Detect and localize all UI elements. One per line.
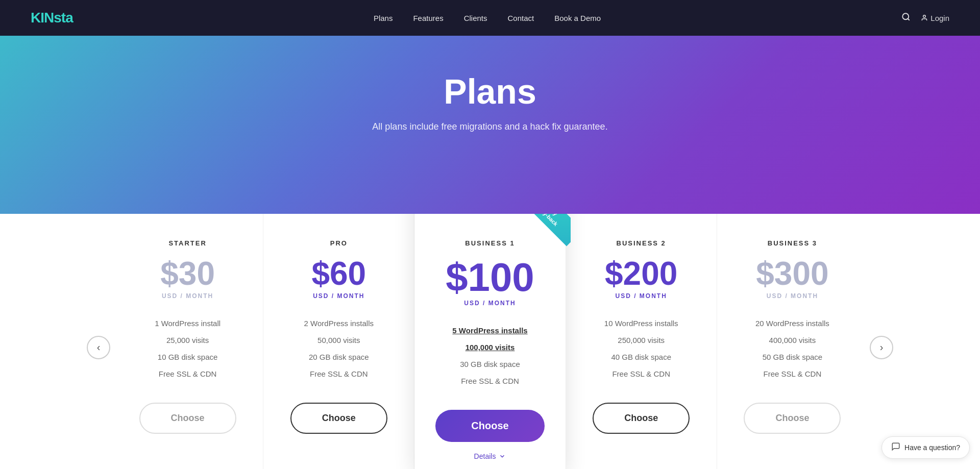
navbar: KINsta Plans Features Clients Contact Bo… [0,0,980,36]
feature-item: 25,000 visits [128,332,248,349]
feature-item: 250,000 visits [581,332,701,349]
feature-item: 400,000 visits [732,332,852,349]
feature-item: 1 WordPress install [128,315,248,332]
logo-text: KIN [31,10,54,26]
plan-business1: 30-daymoney-back BUSINESS 1 $100 USD / M… [414,214,566,469]
plans-section: ‹ STARTER $30 USD / MONTH 1 WordPress in… [0,214,980,469]
next-arrow[interactable]: › [870,336,893,359]
plan-business3-period: USD / MONTH [732,292,852,300]
feature-item: 20 WordPress installs [732,315,852,332]
chat-label: Have a question? [904,443,960,452]
ribbon-wrap: 30-daymoney-back [504,214,571,255]
feature-item: 50 GB disk space [732,349,852,365]
plan-pro-period: USD / MONTH [279,292,399,300]
login-button[interactable]: Login [921,14,949,22]
feature-item: 2 WordPress installs [279,315,399,332]
plan-business3-name: BUSINESS 3 [732,239,852,247]
feature-item: Free SSL & CDN [581,365,701,382]
prev-arrow[interactable]: ‹ [87,336,110,359]
plan-business1-features: 5 WordPress installs 100,000 visits 30 G… [430,322,550,389]
plans-wrapper: ‹ STARTER $30 USD / MONTH 1 WordPress in… [82,214,898,469]
plan-starter-period: USD / MONTH [128,292,248,300]
plan-business3-cta[interactable]: Choose [744,403,841,434]
svg-point-2 [923,15,926,18]
nav-features[interactable]: Features [413,14,443,22]
money-back-ribbon: 30-daymoney-back [512,214,571,246]
svg-line-1 [908,18,910,20]
plan-business3: BUSINESS 3 $300 USD / MONTH 20 WordPress… [717,214,868,469]
search-icon[interactable] [901,12,911,24]
plan-business2-price: $200 [581,257,701,290]
plan-business3-features: 20 WordPress installs 400,000 visits 50 … [732,315,852,382]
feature-item: Free SSL & CDN [430,373,550,389]
feature-item: 30 GB disk space [430,356,550,373]
chat-icon [891,442,900,453]
plan-starter-name: STARTER [128,239,248,247]
plan-business2-features: 10 WordPress installs 250,000 visits 40 … [581,315,701,382]
feature-item: Free SSL & CDN [279,365,399,382]
hero-subtitle: All plans include free migrations and a … [31,121,949,132]
feature-item: Free SSL & CDN [128,365,248,382]
nav-actions: Login [901,12,949,24]
details-link[interactable]: Details [430,452,550,460]
feature-item: 10 WordPress installs [581,315,701,332]
feature-item: 100,000 visits [430,339,550,356]
feature-item: 10 GB disk space [128,349,248,365]
details-label: Details [474,452,496,460]
nav-links: Plans Features Clients Contact Book a De… [374,14,601,22]
nav-contact[interactable]: Contact [508,14,534,22]
plan-pro-features: 2 WordPress installs 50,000 visits 20 GB… [279,315,399,382]
plan-pro-price: $60 [279,257,399,290]
chat-widget[interactable]: Have a question? [881,436,970,459]
plans-container: STARTER $30 USD / MONTH 1 WordPress inst… [112,214,868,469]
plan-starter-cta[interactable]: Choose [139,403,236,434]
page-title: Plans [31,71,949,111]
plan-pro: PRO $60 USD / MONTH 2 WordPress installs… [263,214,414,469]
plan-starter-features: 1 WordPress install 25,000 visits 10 GB … [128,315,248,382]
feature-item: 50,000 visits [279,332,399,349]
plan-starter-price: $30 [128,257,248,290]
nav-book-demo[interactable]: Book a Demo [554,14,601,22]
feature-item: 20 GB disk space [279,349,399,365]
plan-business1-price: $100 [430,257,550,297]
plan-business2-cta[interactable]: Choose [593,403,690,434]
plan-business2: BUSINESS 2 $200 USD / MONTH 10 WordPress… [566,214,717,469]
plan-pro-name: PRO [279,239,399,247]
plan-business1-period: USD / MONTH [430,300,550,307]
feature-item: 40 GB disk space [581,349,701,365]
svg-point-0 [903,13,909,19]
feature-item: 5 WordPress installs [430,322,550,339]
plan-pro-cta[interactable]: Choose [290,403,387,434]
nav-clients[interactable]: Clients [464,14,487,22]
login-label: Login [930,14,949,22]
plan-starter: STARTER $30 USD / MONTH 1 WordPress inst… [112,214,263,469]
nav-plans[interactable]: Plans [374,14,393,22]
feature-item: Free SSL & CDN [732,365,852,382]
plan-business1-cta[interactable]: Choose [435,410,544,442]
plan-business3-price: $300 [732,257,852,290]
logo-text-accent: sta [54,10,72,26]
plan-business2-name: BUSINESS 2 [581,239,701,247]
site-logo: KINsta [31,10,73,26]
plan-business2-period: USD / MONTH [581,292,701,300]
